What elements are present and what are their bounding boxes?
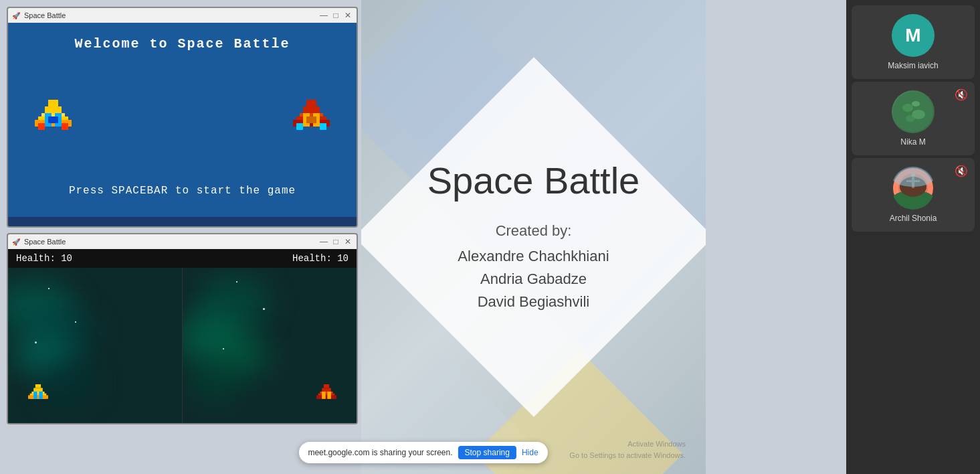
svg-point-38: [912, 101, 920, 106]
svg-rect-0: [48, 100, 58, 106]
svg-rect-27: [324, 384, 329, 388]
svg-rect-11: [303, 106, 320, 113]
slide-author2: Andria Gabadze: [427, 270, 640, 288]
game-press-spacebar: Press SPACEBAR to start the game: [69, 185, 296, 197]
participant-name-maksim: Maksim iavich: [888, 61, 938, 70]
ship-yellow: [35, 100, 72, 137]
svg-rect-21: [33, 388, 43, 391]
participant-name-archil: Archil Shonia: [890, 214, 937, 223]
activate-windows-watermark: Activate Windows Go to Settings to activ…: [569, 439, 686, 461]
slide-author1: Alexandre Chachkhiani: [427, 248, 640, 265]
ship-red-play: [316, 384, 336, 404]
game-welcome-title: Welcome to Space Battle: [74, 36, 290, 52]
window-controls-top: — □ ✕: [319, 11, 353, 20]
window-titlebar-bottom: 🚀 Space Battle — □ ✕: [8, 234, 357, 249]
window-title-top: Space Battle: [24, 11, 66, 19]
avatar-archil: [892, 167, 935, 210]
close-button-top[interactable]: ✕: [343, 11, 353, 20]
svg-rect-17: [306, 116, 316, 123]
slide-content: Space Battle Created by: Alexandre Chach…: [387, 132, 680, 343]
svg-rect-33: [322, 392, 325, 399]
game-window-top: 🚀 Space Battle — □ ✕ Welcome to Space Ba…: [7, 7, 358, 228]
svg-rect-28: [322, 388, 331, 391]
hide-button[interactable]: Hide: [522, 448, 538, 457]
health-right: Health: 10: [292, 253, 349, 264]
game-split-left: [8, 268, 183, 424]
svg-rect-18: [320, 123, 326, 130]
screen-share-message: meet.google.com is sharing your screen.: [308, 448, 452, 457]
health-bar: Health: 10 Health: 10: [8, 249, 357, 268]
game-window-bottom: 🚀 Space Battle — □ ✕ Health: 10 Health: …: [7, 233, 358, 424]
slide-title: Space Battle: [427, 159, 640, 202]
svg-rect-31: [316, 395, 336, 398]
mute-icon-archil: 🔇: [955, 165, 968, 177]
presentation-slide: Space Battle Created by: Alexandre Chach…: [361, 0, 706, 474]
maximize-button-bottom[interactable]: □: [331, 237, 340, 246]
screen-share-area: 🚀 Space Battle — □ ✕ Welcome to Space Ba…: [0, 0, 365, 435]
mute-icon-nika: 🔇: [955, 88, 968, 101]
game-play-area: [8, 268, 357, 424]
avatar-nika: [892, 90, 935, 133]
svg-rect-7: [48, 116, 58, 123]
activate-line2: Go to Settings to activate Windows.: [569, 450, 686, 461]
ship-yellow-play: [28, 384, 48, 404]
svg-point-37: [906, 115, 915, 122]
window-titlebar-top: 🚀 Space Battle — □ ✕: [8, 8, 357, 23]
svg-rect-25: [33, 392, 37, 399]
spaceship-row: [15, 100, 350, 137]
svg-rect-24: [28, 395, 48, 398]
svg-rect-8: [38, 123, 45, 130]
ship-red: [293, 100, 330, 137]
health-left: Health: 10: [16, 253, 72, 264]
slide-author3: David Begiashvili: [427, 293, 640, 311]
maximize-button-top[interactable]: □: [331, 11, 340, 20]
window-icon-top: 🚀: [12, 12, 20, 19]
game-content-welcome: Welcome to Space Battle: [8, 23, 357, 217]
svg-point-35: [902, 104, 913, 112]
main-content-area: 🚀 Space Battle — □ ✕ Welcome to Space Ba…: [0, 0, 846, 474]
game-play-content: Health: 10 Health: 10: [8, 249, 357, 424]
activate-line1: Activate Windows: [569, 439, 686, 450]
minimize-button-bottom[interactable]: —: [319, 237, 328, 246]
participant-card-maksim: M Maksim iavich: [852, 5, 975, 79]
svg-rect-32: [327, 392, 330, 399]
svg-rect-46: [892, 167, 935, 187]
svg-rect-10: [306, 100, 316, 106]
window-title-bottom: Space Battle: [24, 238, 66, 246]
stop-sharing-button[interactable]: Stop sharing: [458, 446, 516, 459]
window-controls-bottom: — □ ✕: [319, 237, 353, 246]
participant-card-archil: 🔇 Archil Shonia: [852, 158, 975, 232]
minimize-button-top[interactable]: —: [319, 11, 328, 20]
svg-rect-1: [45, 106, 62, 113]
close-button-bottom[interactable]: ✕: [343, 237, 353, 246]
svg-rect-26: [39, 392, 42, 399]
avatar-maksim: M: [892, 14, 935, 57]
participant-name-nika: Nika M: [900, 137, 925, 147]
game-split-right: [183, 268, 357, 424]
participant-card-nika: 🔇 Nika M: [852, 82, 975, 155]
window-icon-bottom: 🚀: [12, 238, 20, 246]
svg-rect-9: [62, 123, 68, 130]
slide-created-by: Created by:: [427, 222, 640, 240]
svg-rect-19: [296, 123, 303, 130]
participants-sidebar: M Maksim iavich 🔇 Nika M 🔇: [846, 0, 980, 474]
svg-rect-20: [35, 384, 41, 388]
screen-share-notification: meet.google.com is sharing your screen. …: [298, 442, 547, 463]
